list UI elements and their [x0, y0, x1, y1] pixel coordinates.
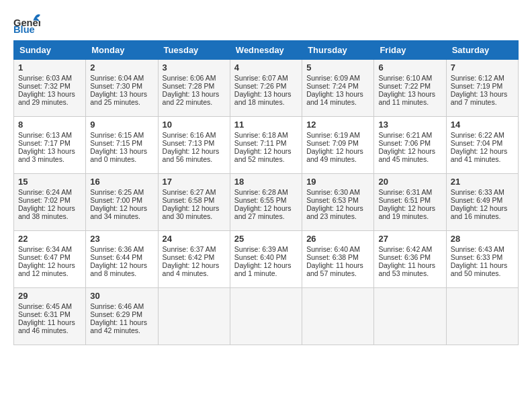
day-info-line: Sunrise: 6:19 AM: [306, 131, 369, 139]
day-info-line: Daylight: 13 hours: [234, 90, 298, 98]
day-info-line: Sunset: 6:36 PM: [378, 253, 441, 261]
day-info-line: Daylight: 11 hours: [451, 261, 514, 269]
day-info-line: and 53 minutes.: [378, 269, 441, 277]
day-info-line: and 19 minutes.: [378, 212, 441, 220]
day-info-line: Sunset: 7:17 PM: [18, 139, 81, 147]
day-info-line: Sunrise: 6:31 AM: [378, 188, 441, 196]
day-info-line: and 14 minutes.: [306, 98, 369, 106]
day-info-line: Sunrise: 6:30 AM: [306, 188, 369, 196]
logo: General Blue: [13, 13, 40, 34]
day-number: 24: [163, 234, 226, 244]
day-info-line: and 38 minutes.: [18, 212, 81, 220]
day-info-line: and 12 minutes.: [18, 269, 81, 277]
calendar-cell: 29Sunrise: 6:45 AMSunset: 6:31 PMDayligh…: [14, 288, 86, 345]
day-info-line: and 29 minutes.: [18, 98, 81, 106]
calendar-cell: 7Sunrise: 6:12 AMSunset: 7:19 PMDaylight…: [446, 60, 518, 117]
day-info-line: and 4 minutes.: [163, 269, 226, 277]
day-info-line: Sunrise: 6:06 AM: [163, 74, 226, 82]
day-number: 25: [234, 234, 298, 244]
day-info-line: Daylight: 13 hours: [18, 90, 81, 98]
day-number: 18: [234, 177, 298, 187]
calendar-cell: [158, 288, 230, 345]
calendar-cell: 13Sunrise: 6:21 AMSunset: 7:06 PMDayligh…: [374, 117, 446, 174]
calendar-cell: 8Sunrise: 6:13 AMSunset: 7:17 PMDaylight…: [14, 117, 86, 174]
day-info-line: Daylight: 12 hours: [306, 147, 369, 155]
day-number: 10: [163, 120, 226, 130]
day-info-line: Daylight: 11 hours: [306, 261, 369, 269]
day-info-line: Daylight: 12 hours: [378, 204, 441, 212]
calendar-cell: 10Sunrise: 6:16 AMSunset: 7:13 PMDayligh…: [158, 117, 230, 174]
day-info-line: Sunset: 6:51 PM: [378, 196, 441, 204]
calendar-week-row: 22Sunrise: 6:34 AMSunset: 6:47 PMDayligh…: [14, 231, 519, 288]
day-info-line: and 50 minutes.: [451, 269, 514, 277]
day-info-line: Sunset: 7:11 PM: [234, 139, 298, 147]
day-info-line: Sunrise: 6:27 AM: [163, 188, 226, 196]
calendar-cell: 16Sunrise: 6:25 AMSunset: 7:00 PMDayligh…: [86, 174, 158, 231]
calendar-week-row: 29Sunrise: 6:45 AMSunset: 6:31 PMDayligh…: [14, 288, 519, 345]
calendar-cell: 30Sunrise: 6:46 AMSunset: 6:29 PMDayligh…: [86, 288, 158, 345]
day-info-line: and 49 minutes.: [306, 155, 369, 163]
day-info-line: Sunset: 7:30 PM: [90, 82, 153, 90]
day-info-line: Sunset: 6:40 PM: [234, 253, 298, 261]
day-info-line: Sunrise: 6:22 AM: [451, 131, 514, 139]
calendar-cell: 5Sunrise: 6:09 AMSunset: 7:24 PMDaylight…: [302, 60, 374, 117]
day-number: 27: [378, 234, 441, 244]
day-info-line: Daylight: 12 hours: [234, 147, 298, 155]
day-info-line: Sunset: 7:22 PM: [378, 82, 441, 90]
day-info-line: Sunset: 7:32 PM: [18, 82, 81, 90]
day-info-line: Sunrise: 6:24 AM: [18, 188, 81, 196]
day-info-line: Daylight: 12 hours: [451, 204, 514, 212]
day-number: 12: [306, 120, 369, 130]
day-info-line: Sunset: 6:47 PM: [18, 253, 81, 261]
day-info-line: Sunrise: 6:07 AM: [234, 74, 298, 82]
calendar-week-row: 8Sunrise: 6:13 AMSunset: 7:17 PMDaylight…: [14, 117, 519, 174]
day-info-line: Sunset: 7:15 PM: [90, 139, 153, 147]
day-info-line: Daylight: 13 hours: [18, 147, 81, 155]
day-info-line: Sunrise: 6:34 AM: [18, 245, 81, 253]
day-info-line: and 56 minutes.: [163, 155, 226, 163]
day-info-line: and 25 minutes.: [90, 98, 153, 106]
day-info-line: and 27 minutes.: [234, 212, 298, 220]
calendar-cell: 26Sunrise: 6:40 AMSunset: 6:38 PMDayligh…: [302, 231, 374, 288]
day-info-line: Sunset: 7:13 PM: [163, 139, 226, 147]
calendar-cell: 12Sunrise: 6:19 AMSunset: 7:09 PMDayligh…: [302, 117, 374, 174]
day-info-line: Sunset: 7:24 PM: [306, 82, 369, 90]
day-number: 26: [306, 234, 369, 244]
day-info-line: Daylight: 12 hours: [451, 147, 514, 155]
day-info-line: Sunset: 7:04 PM: [451, 139, 514, 147]
day-info-line: Daylight: 12 hours: [234, 204, 298, 212]
day-info-line: Daylight: 12 hours: [90, 204, 153, 212]
day-number: 16: [90, 177, 153, 187]
logo-icon: General Blue: [13, 13, 40, 34]
day-info-line: Sunset: 7:06 PM: [378, 139, 441, 147]
calendar-week-row: 1Sunrise: 6:03 AMSunset: 7:32 PMDaylight…: [14, 60, 519, 117]
day-info-line: Daylight: 12 hours: [18, 261, 81, 269]
day-number: 11: [234, 120, 298, 130]
day-info-line: Daylight: 12 hours: [163, 147, 226, 155]
day-info-line: Sunset: 6:42 PM: [163, 253, 226, 261]
day-info-line: and 1 minute.: [234, 269, 298, 277]
day-number: 22: [18, 234, 81, 244]
day-info-line: Sunset: 6:29 PM: [90, 310, 153, 318]
calendar-header-row: SundayMondayTuesdayWednesdayThursdayFrid…: [14, 41, 519, 60]
day-number: 8: [18, 120, 81, 130]
day-info-line: and 42 minutes.: [90, 326, 153, 334]
calendar-table: SundayMondayTuesdayWednesdayThursdayFrid…: [13, 40, 519, 345]
day-info-line: Sunset: 6:58 PM: [163, 196, 226, 204]
day-info-line: Sunrise: 6:36 AM: [90, 245, 153, 253]
day-info-line: Sunrise: 6:39 AM: [234, 245, 298, 253]
day-info-line: Sunrise: 6:18 AM: [234, 131, 298, 139]
day-header-monday: Monday: [86, 41, 158, 60]
day-info-line: and 30 minutes.: [163, 212, 226, 220]
day-info-line: Daylight: 11 hours: [378, 261, 441, 269]
day-info-line: and 18 minutes.: [234, 98, 298, 106]
day-number: 20: [378, 177, 441, 187]
day-info-line: Sunset: 7:00 PM: [90, 196, 153, 204]
day-number: 4: [234, 62, 298, 73]
calendar-cell: 21Sunrise: 6:33 AMSunset: 6:49 PMDayligh…: [446, 174, 518, 231]
day-info-line: Sunrise: 6:37 AM: [163, 245, 226, 253]
calendar-cell: 25Sunrise: 6:39 AMSunset: 6:40 PMDayligh…: [230, 231, 302, 288]
day-number: 28: [451, 234, 514, 244]
day-info-line: Daylight: 13 hours: [90, 147, 153, 155]
calendar-cell: 2Sunrise: 6:04 AMSunset: 7:30 PMDaylight…: [86, 60, 158, 117]
